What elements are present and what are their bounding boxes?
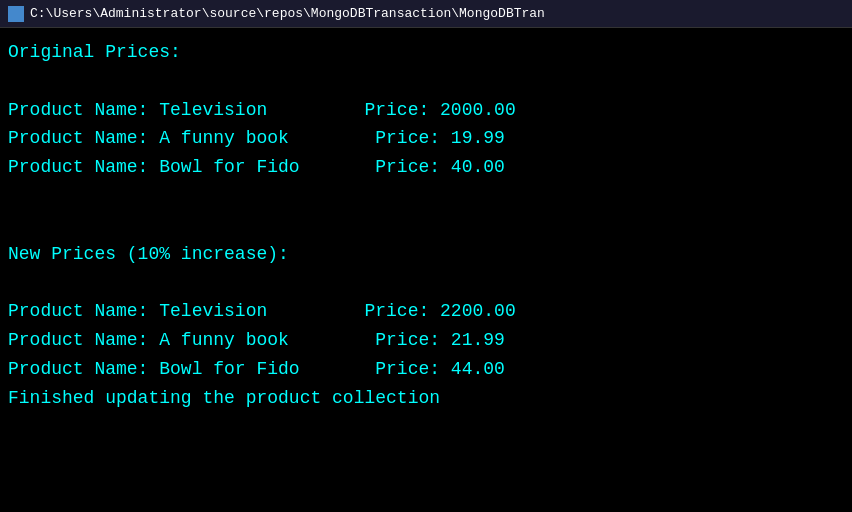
title-bar: C:\Users\Administrator\source\repos\Mong… <box>0 0 852 28</box>
original-product-2: Product Name: A funny book Price: 19.99 <box>8 124 844 153</box>
blank-line-1 <box>8 67 844 96</box>
original-product-1: Product Name: Television Price: 2000.00 <box>8 96 844 125</box>
blank-line-3 <box>8 211 844 240</box>
window-icon <box>8 6 24 22</box>
new-product-2: Product Name: A funny book Price: 21.99 <box>8 326 844 355</box>
console-output: Original Prices: Product Name: Televisio… <box>0 28 852 512</box>
title-bar-path: C:\Users\Administrator\source\repos\Mong… <box>30 6 545 21</box>
original-product-3: Product Name: Bowl for Fido Price: 40.00 <box>8 153 844 182</box>
new-product-1: Product Name: Television Price: 2200.00 <box>8 297 844 326</box>
blank-line-2 <box>8 182 844 211</box>
new-product-3: Product Name: Bowl for Fido Price: 44.00 <box>8 355 844 384</box>
original-prices-header: Original Prices: <box>8 38 844 67</box>
footer-message: Finished updating the product collection <box>8 384 844 413</box>
new-prices-header: New Prices (10% increase): <box>8 240 844 269</box>
blank-line-4 <box>8 268 844 297</box>
